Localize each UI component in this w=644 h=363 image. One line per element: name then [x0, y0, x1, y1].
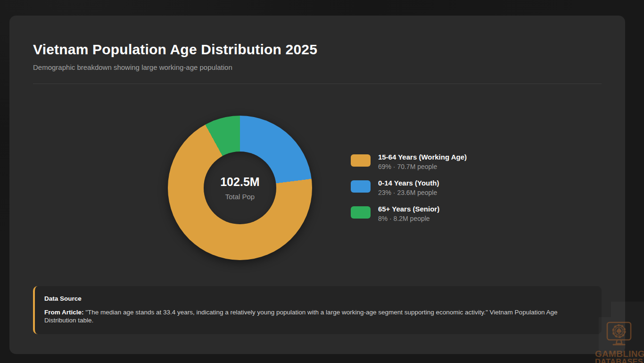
legend-swatch-youth	[351, 180, 371, 193]
legend-label: 65+ Years (Senior)	[378, 205, 439, 213]
legend-item-senior: 65+ Years (Senior) 8% · 8.2M people	[351, 205, 467, 223]
data-source-text: From Article: "The median age stands at …	[44, 308, 590, 324]
data-source-heading: Data Source	[44, 295, 590, 302]
legend-text: 0-14 Years (Youth) 23% · 23.6M people	[378, 179, 439, 197]
legend-label: 15-64 Years (Working Age)	[378, 153, 467, 161]
total-population-label: Total Pop	[225, 193, 255, 201]
legend-text: 15-64 Years (Working Age) 69% · 70.7M pe…	[378, 153, 467, 171]
legend-item-youth: 0-14 Years (Youth) 23% · 23.6M people	[351, 179, 467, 197]
donut-center: 102.5M Total Pop	[204, 152, 276, 224]
legend-item-working-age: 15-64 Years (Working Age) 69% · 70.7M pe…	[351, 153, 467, 171]
chart-legend: 15-64 Years (Working Age) 69% · 70.7M pe…	[351, 153, 467, 223]
legend-text: 65+ Years (Senior) 8% · 8.2M people	[378, 205, 439, 223]
legend-swatch-working-age	[351, 154, 371, 167]
content-card: Vietnam Population Age Distribution 2025…	[9, 16, 625, 354]
watermark-line2: DATABASES	[595, 358, 643, 363]
legend-detail: 69% · 70.7M people	[378, 163, 467, 171]
data-source-quote: "The median age stands at 33.4 years, in…	[44, 309, 557, 324]
watermark: GAMBLING DATABASES	[595, 321, 643, 363]
monitor-poker-chip-icon	[605, 321, 633, 348]
page-title: Vietnam Population Age Distribution 2025	[33, 16, 602, 58]
watermark-background-patch	[611, 302, 644, 317]
chart-area: 102.5M Total Pop 15-64 Years (Working Ag…	[33, 116, 602, 260]
legend-label: 0-14 Years (Youth)	[378, 179, 439, 187]
donut-chart: 102.5M Total Pop	[168, 116, 312, 260]
from-article-prefix: From Article:	[44, 309, 84, 316]
divider	[33, 84, 602, 84]
page-subtitle: Demographic breakdown showing large work…	[33, 63, 602, 71]
watermark-line1: GAMBLING	[595, 350, 643, 358]
data-source-panel: Data Source From Article: "The median ag…	[33, 286, 602, 334]
legend-detail: 23% · 23.6M people	[378, 189, 439, 197]
legend-detail: 8% · 8.2M people	[378, 215, 439, 223]
legend-swatch-senior	[351, 206, 371, 219]
total-population-value: 102.5M	[220, 175, 259, 189]
